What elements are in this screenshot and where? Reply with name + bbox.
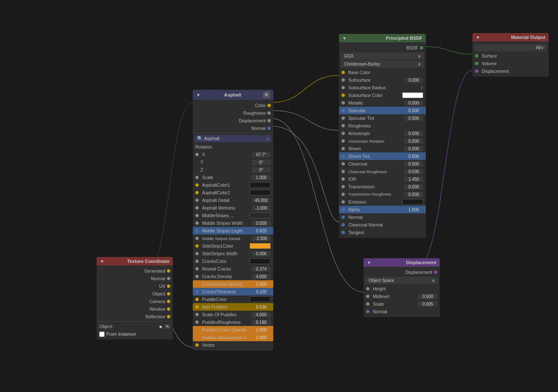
asphalt-detail-value[interactable]: 45.000 (252, 198, 271, 203)
output-generated-socket[interactable] (167, 269, 170, 273)
asphalt-color2-socket[interactable] (195, 191, 199, 194)
rotation-x-socket[interactable] (195, 153, 199, 156)
clearcoat-roughness-socket[interactable] (341, 170, 345, 173)
scale-puddles-socket[interactable] (195, 313, 199, 316)
specular-tint-socket[interactable] (341, 116, 345, 120)
anisotropic-rotation-socket[interactable] (341, 139, 345, 143)
rotation-y-value[interactable]: 0° (252, 160, 271, 165)
output-window-socket[interactable] (167, 307, 170, 311)
collapse-triangle[interactable]: ▼ (100, 259, 104, 264)
alpha-value[interactable]: 1.000 (404, 207, 423, 213)
normal-input-socket[interactable] (341, 215, 345, 219)
add-puddles-socket[interactable] (195, 305, 199, 309)
output-displacement-socket[interactable] (267, 119, 271, 122)
material-output-collapse[interactable]: ▼ (476, 35, 480, 40)
object-space-dropdown[interactable]: Object Space ∨ (365, 277, 438, 284)
sheen-socket[interactable] (341, 147, 345, 150)
subsurface-value[interactable]: 0.000 (404, 77, 423, 83)
cracks-color-opacity-value[interactable]: 1.000 (252, 282, 271, 287)
output-camera-socket[interactable] (167, 300, 170, 303)
alpha-socket[interactable] (341, 208, 345, 211)
puddle-color-socket[interactable] (195, 298, 199, 301)
asphalt-color1-socket[interactable] (195, 183, 199, 187)
puddle-color-swatch[interactable] (250, 296, 271, 302)
middle-stripes-legth-socket[interactable] (195, 229, 199, 232)
sheen-tint-value[interactable]: 0.500 (404, 154, 423, 159)
displacement-collapse[interactable]: ▼ (367, 260, 371, 265)
transmission-socket[interactable] (341, 185, 345, 188)
subsurface-color-swatch[interactable] (402, 92, 423, 98)
rotation-z-value[interactable]: 0° (252, 167, 271, 173)
middle-stripes-color-swatch[interactable] (250, 213, 271, 218)
specular-value[interactable]: 0.500 (404, 108, 423, 113)
output-object-socket[interactable] (167, 292, 170, 295)
output-normal-socket[interactable] (267, 127, 271, 130)
metallic-socket[interactable] (341, 101, 345, 105)
puddles-color-opacity-socket[interactable] (195, 328, 199, 331)
asphalt-icon-btn[interactable]: ⟳ (263, 91, 270, 98)
puddles-displacement-value[interactable]: 1.000 (252, 335, 271, 340)
principled-collapse[interactable]: ▼ (342, 36, 347, 41)
emission-socket[interactable] (341, 200, 345, 204)
sheen-tint-socket[interactable] (341, 155, 345, 158)
middle-stripes-width-socket[interactable] (195, 221, 199, 225)
rotation-x-value[interactable]: 67.7° (252, 152, 271, 157)
specular-tint-value[interactable]: 0.000 (404, 116, 423, 121)
output-uv-socket[interactable] (167, 284, 170, 288)
from-instancer-checkbox[interactable] (99, 331, 105, 337)
cracks-color-socket[interactable] (195, 259, 199, 263)
anisotropic-socket[interactable] (341, 132, 345, 135)
surface-socket[interactable] (475, 54, 478, 58)
output-roughness-socket[interactable] (267, 111, 271, 115)
cracks-thickness-value[interactable]: 0.100 (252, 289, 271, 295)
sheen-value[interactable]: 0.000 (404, 146, 423, 152)
puddles-roughness-socket[interactable] (195, 320, 199, 324)
base-color-socket[interactable] (341, 71, 345, 74)
asphalt-detail-socket[interactable] (195, 199, 199, 202)
scale-socket[interactable] (195, 176, 199, 179)
all-dropdown[interactable]: All ∨ (474, 44, 547, 51)
transmission-roughness-socket[interactable] (341, 193, 345, 196)
clearcoat-value[interactable]: 0.000 (404, 161, 423, 167)
transmission-value[interactable]: 0.000 (404, 184, 423, 190)
cracks-density-value[interactable]: 4.000 (252, 274, 271, 279)
midlevel-value[interactable]: 0.500 (418, 294, 437, 299)
cracks-color-swatch[interactable] (250, 258, 271, 264)
roughness-socket[interactable] (341, 124, 345, 127)
bsdf-output-socket[interactable] (420, 46, 423, 50)
volume-socket[interactable] (475, 62, 478, 65)
disp-scale-socket[interactable] (366, 302, 369, 306)
middle-stripes-width-value[interactable]: 0.009 (252, 221, 271, 226)
ggx-dropdown[interactable]: GGX ∨ (341, 52, 424, 60)
asphalt-dropdown[interactable]: 🔍 Asphalt ○ (194, 135, 272, 142)
metallic-value[interactable]: 0.000 (404, 100, 423, 106)
asphalt-wetness-socket[interactable] (195, 206, 199, 210)
midlevel-socket[interactable] (366, 295, 369, 298)
asphalt-collapse[interactable]: ▼ (196, 93, 200, 97)
scale-value[interactable]: 1.000 (252, 175, 271, 180)
object-value[interactable]: ■ (158, 324, 163, 329)
sidestripes-width-value[interactable]: 0.006 (252, 251, 271, 257)
vector-socket[interactable] (195, 343, 199, 347)
disp-scale-value[interactable]: 0.005 (418, 301, 437, 307)
christensen-dropdown[interactable]: Christensen-Burley ∨ (341, 61, 424, 68)
cracks-thickness-socket[interactable] (195, 290, 199, 293)
reveal-cracks-value[interactable]: 0.374 (252, 266, 271, 272)
clearcoat-socket[interactable] (341, 162, 345, 166)
reveal-cracks-socket[interactable] (195, 267, 199, 271)
scale-puddles-value[interactable]: 4.000 (252, 312, 271, 317)
cracks-density-socket[interactable] (195, 275, 199, 278)
subsurface-color-socket[interactable] (341, 94, 345, 97)
emission-swatch[interactable] (402, 199, 423, 205)
clearcoat-roughness-value[interactable]: 0.030 (404, 169, 423, 174)
clearcoat-normal-socket[interactable] (341, 223, 345, 226)
middle-stripes-color-socket[interactable] (195, 214, 199, 217)
subsurface-socket[interactable] (341, 78, 345, 82)
anisotropic-value[interactable]: 0.000 (404, 131, 423, 136)
middle-stripes-legth-value[interactable]: 0.920 (252, 228, 271, 234)
middle-stripes-dens-socket[interactable] (195, 237, 199, 240)
puddles-roughness-value[interactable]: 0.189 (252, 320, 271, 325)
puddles-color-opacity-value[interactable]: 1.000 (252, 327, 271, 333)
anisotropic-rotation-value[interactable]: 0.000 (404, 138, 423, 144)
disp-normal-socket[interactable] (366, 310, 369, 313)
